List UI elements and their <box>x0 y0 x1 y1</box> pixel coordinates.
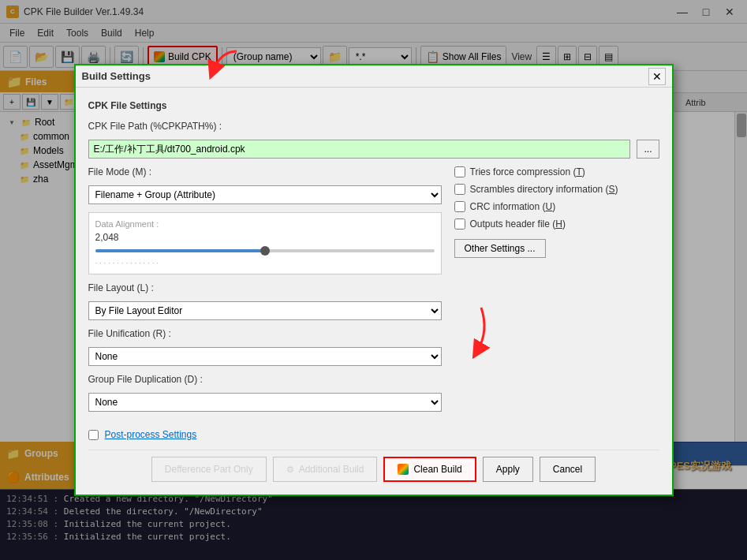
other-settings-button[interactable]: Other Settings ... <box>454 239 546 258</box>
modal-columns: File Mode (M) : Filename + Group (Attrib… <box>88 166 659 420</box>
slider-ticks: · · · · · · · · · · · · · · · <box>95 259 435 267</box>
cpk-path-input-row: ... <box>88 140 659 159</box>
file-layout-row: File Layout (L) : <box>88 282 442 293</box>
modal-title: Build Settings <box>82 70 648 82</box>
browse-button[interactable]: ... <box>637 140 659 159</box>
cpk-path-row: CPK File Path (%CPKPATH%) : <box>88 121 659 132</box>
file-layout-label: File Layout (L) : <box>88 282 154 293</box>
modal-right-col: Tries force compression (T) Scrambles di… <box>454 166 659 420</box>
modal-section-title: CPK File Settings <box>88 100 659 111</box>
cpk-path-input[interactable] <box>88 140 631 159</box>
cb-scrambles-input[interactable] <box>454 184 465 195</box>
cb-scrambles: Scrambles directory information (S) <box>454 184 659 195</box>
cancel-button[interactable]: Cancel <box>540 457 596 482</box>
additional-build-button[interactable]: ⚙ Additional Build <box>273 457 378 482</box>
file-mode-row: File Mode (M) : <box>88 166 442 177</box>
cb-scrambles-label: Scrambles directory information (S) <box>470 184 618 195</box>
file-unification-select-row: None All Group <box>88 347 442 366</box>
file-mode-label: File Mode (M) : <box>88 166 152 177</box>
data-alignment-value: 2,048 <box>95 232 435 243</box>
file-unification-row: File Unification (R) : <box>88 328 442 339</box>
modal-titlebar: Build Settings ✕ <box>76 65 672 88</box>
cb-force-compression: Tries force compression (T) <box>454 166 659 177</box>
group-file-dup-label: Group File Duplication (D) : <box>88 374 203 385</box>
file-layout-select[interactable]: By File Layout Editor Sequential Random <box>88 301 442 320</box>
build-settings-modal: Build Settings ✕ CPK File Settings CPK F… <box>74 64 674 496</box>
cb-header-file: Outputs header file (H) <box>454 218 659 230</box>
clean-build-label: Clean Build <box>413 464 461 475</box>
modal-buttons: Defference Part Only ⚙ Additional Build … <box>88 450 659 482</box>
cpk-path-label: CPK File Path (%CPKPATH%) : <box>88 121 222 132</box>
group-file-dup-select[interactable]: None All Group <box>88 393 442 412</box>
other-settings-container: Other Settings ... <box>454 236 659 258</box>
file-layout-select-row: By File Layout Editor Sequential Random <box>88 301 442 320</box>
file-mode-select[interactable]: Filename + Group (Attribute) Filename on… <box>88 185 442 204</box>
modal-close-button[interactable]: ✕ <box>648 68 666 85</box>
file-unification-label: File Unification (R) : <box>88 328 171 339</box>
clean-build-icon <box>398 464 409 475</box>
cb-crc-input[interactable] <box>454 201 465 212</box>
modal-left-col: File Mode (M) : Filename + Group (Attrib… <box>88 166 442 420</box>
post-process-row: Post-process Settings <box>88 429 659 440</box>
data-alignment-container: Data Alignment : 2,048 · · · · · · · · ·… <box>88 212 442 274</box>
tick-marks: · · · · · · · · · · · · · · · <box>95 259 159 267</box>
slider-track <box>95 249 435 252</box>
group-file-dup-row: Group File Duplication (D) : <box>88 374 442 385</box>
cb-force-compression-label: Tries force compression (T) <box>470 166 585 177</box>
cb-header-file-input[interactable] <box>454 218 465 230</box>
post-process-checkbox[interactable] <box>88 430 99 440</box>
cb-force-compression-input[interactable] <box>454 166 465 177</box>
data-alignment-label: Data Alignment : <box>95 219 435 229</box>
slider-fill <box>95 249 265 252</box>
cb-crc: CRC information (U) <box>454 201 659 212</box>
file-mode-select-row: Filename + Group (Attribute) Filename on… <box>88 185 442 204</box>
clean-build-button[interactable]: Clean Build <box>383 457 476 482</box>
modal-overlay: Build Settings ✕ CPK File Settings CPK F… <box>0 0 747 560</box>
slider-thumb[interactable] <box>260 246 270 256</box>
file-unification-select[interactable]: None All Group <box>88 347 442 366</box>
group-file-dup-select-row: None All Group <box>88 393 442 412</box>
apply-button[interactable]: Apply <box>483 457 533 482</box>
additional-build-icon: ⚙ <box>286 465 294 475</box>
difference-part-button[interactable]: Defference Part Only <box>151 457 267 482</box>
cb-crc-label: CRC information (U) <box>470 201 556 212</box>
modal-content: CPK File Settings CPK File Path (%CPKPAT… <box>76 88 672 495</box>
post-process-label[interactable]: Post-process Settings <box>105 429 197 440</box>
additional-build-label: Additional Build <box>299 464 364 475</box>
cb-header-file-label: Outputs header file (H) <box>470 218 566 230</box>
